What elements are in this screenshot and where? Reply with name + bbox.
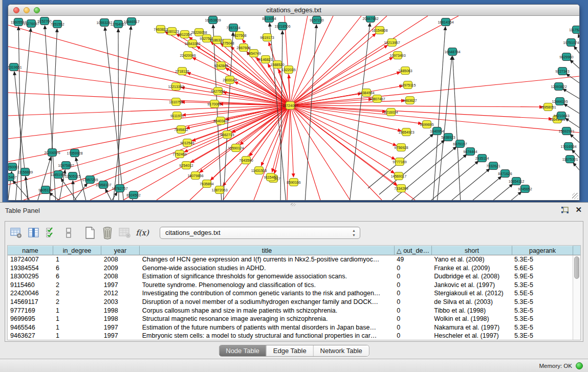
column-header-in_degree[interactable]: in_degree: [53, 246, 101, 255]
zoom-window-button[interactable]: [34, 7, 40, 13]
network-node[interactable]: 7832621: [486, 162, 500, 170]
network-node[interactable]: 7851552: [50, 20, 64, 28]
network-node[interactable]: 16958107: [95, 181, 111, 189]
table-row[interactable]: 1872400712008Changes of HCN gene express…: [8, 255, 573, 264]
network-node[interactable]: 9699695: [420, 121, 433, 128]
network-node[interactable]: 10654112: [509, 178, 525, 185]
table-row[interactable]: 2242004622012Investigating the contribut…: [8, 289, 573, 298]
network-node[interactable]: 19384554: [358, 89, 374, 97]
network-node[interactable]: 8590166: [287, 179, 300, 186]
tab-edge-table[interactable]: Edge Table: [266, 345, 313, 356]
network-node[interactable]: 10590124: [228, 144, 244, 152]
close-window-button[interactable]: [13, 7, 19, 13]
network-node[interactable]: 8912354: [178, 31, 191, 38]
network-node[interactable]: 11675301: [562, 156, 578, 163]
network-node[interactable]: 8350061: [8, 163, 19, 171]
network-node[interactable]: 15958051: [540, 103, 556, 111]
table-row[interactable]: 911546021997Tourette syndrome. Phenomeno…: [8, 281, 573, 290]
network-node[interactable]: 12213363: [168, 83, 184, 91]
network-node[interactable]: 7635894: [200, 180, 213, 188]
network-node[interactable]: 7752469: [172, 150, 186, 158]
network-node[interactable]: 8454749: [247, 50, 260, 57]
network-node[interactable]: 6216034: [384, 108, 398, 116]
window-resize-grip[interactable]: [572, 193, 578, 199]
network-node[interactable]: 17016534: [560, 143, 576, 150]
table-row[interactable]: 1456911722003Disruption of a novel membe…: [8, 298, 573, 307]
network-node[interactable]: 9170065: [207, 100, 221, 108]
network-node[interactable]: 8924502: [126, 191, 140, 199]
network-node[interactable]: 9463627: [403, 97, 417, 104]
float-panel-icon[interactable]: [561, 206, 569, 214]
network-node[interactable]: 12872063: [211, 186, 227, 194]
network-node[interactable]: 9619173: [260, 34, 274, 41]
table-row[interactable]: 1830029562008Estimation of significance …: [8, 272, 573, 281]
network-node[interactable]: 19218506: [274, 23, 290, 30]
network-node[interactable]: 9157230: [310, 16, 323, 24]
network-node[interactable]: 26319661: [8, 63, 22, 71]
network-node[interactable]: 16079856: [187, 172, 203, 180]
table-row[interactable]: 977716911998Corpus callosum shape and si…: [8, 307, 573, 315]
table-row[interactable]: 1938455462009Genome-wide association stu…: [8, 264, 573, 273]
network-window-titlebar[interactable]: citations_edges.txt: [8, 5, 579, 16]
network-node[interactable]: 12213957: [384, 39, 400, 47]
table-scrollbar[interactable]: [573, 255, 580, 340]
network-node[interactable]: 9152760: [37, 17, 51, 25]
minimize-window-button[interactable]: [24, 7, 30, 13]
network-node[interactable]: 2803144: [223, 76, 236, 84]
delete-table-disabled-button[interactable]: [118, 226, 132, 240]
network-node[interactable]: 9245652: [518, 185, 532, 193]
apply-checks-button[interactable]: [44, 226, 58, 240]
network-node[interactable]: 12444195: [552, 98, 568, 105]
network-node[interactable]: 20206576: [44, 149, 60, 157]
network-node[interactable]: 19654923: [398, 128, 414, 136]
network-node[interactable]: 2867608: [236, 44, 250, 52]
network-node[interactable]: 9756928: [394, 144, 408, 151]
table-selector[interactable]: citations_edges.txt ▲▼: [160, 227, 360, 239]
new-table-button[interactable]: [83, 226, 97, 240]
function-builder-button[interactable]: f(x): [135, 226, 149, 240]
network-node[interactable]: 1610755: [169, 98, 183, 106]
select-column-button[interactable]: [27, 226, 41, 240]
network-node[interactable]: 9829960: [559, 53, 573, 61]
network-node[interactable]: 12093822: [551, 83, 567, 91]
table-row[interactable]: 969969511998Structural magnetic resonanc…: [8, 315, 573, 323]
network-node[interactable]: 6879197: [453, 140, 467, 148]
network-node[interactable]: 17359928: [67, 149, 82, 157]
network-node[interactable]: 7357224: [226, 24, 240, 32]
close-panel-icon[interactable]: ✕: [575, 206, 582, 214]
table-settings-button[interactable]: [9, 226, 24, 240]
network-node[interactable]: 8427552: [211, 87, 225, 95]
tab-node-table[interactable]: Node Table: [219, 345, 266, 356]
network-node[interactable]: 2935114: [475, 155, 489, 162]
network-node[interactable]: 7643590: [239, 157, 253, 164]
network-node[interactable]: 15692971: [558, 127, 574, 135]
column-header-name[interactable]: name: [8, 246, 53, 255]
column-header-pagerank[interactable]: pagerank: [512, 246, 573, 255]
table-row[interactable]: 946554611997Estimation of the future num…: [8, 323, 573, 332]
column-header-year[interactable]: year: [101, 246, 140, 255]
network-node[interactable]: 1640954: [430, 127, 444, 135]
network-node[interactable]: 9146821: [258, 56, 272, 63]
network-node[interactable]: 19751074: [563, 39, 579, 47]
tab-network-table[interactable]: Network Table: [313, 345, 369, 356]
network-node[interactable]: 8471626: [498, 170, 512, 178]
network-node[interactable]: 18814354: [438, 18, 453, 26]
table-row[interactable]: 946362711997Embryonic stem cells: a mode…: [8, 332, 573, 340]
network-node[interactable]: 11175247: [569, 26, 579, 34]
column-header-title[interactable]: title: [140, 246, 395, 255]
network-node[interactable]: 16053809: [205, 16, 221, 24]
network-node[interactable]: 7485063: [398, 67, 412, 75]
network-node[interactable]: 9827508: [232, 32, 246, 39]
network-node[interactable]: 10975887: [58, 162, 74, 169]
network-node[interactable]: 3915407: [8, 173, 17, 181]
network-node[interactable]: 1322035: [281, 66, 295, 74]
network-node[interactable]: 8813054: [262, 16, 276, 23]
network-node[interactable]: 9474444: [463, 148, 477, 156]
network-node[interactable]: 12505115: [65, 172, 81, 180]
table-scrollbar-thumb[interactable]: [574, 256, 579, 279]
column-header-out_de[interactable]: △ out_de…: [395, 246, 432, 255]
network-node[interactable]: 7895832: [174, 126, 188, 134]
network-canvas[interactable]: 1872400728226058891235491601237463822165…: [8, 16, 579, 200]
delete-entry-button[interactable]: [100, 226, 115, 240]
network-node[interactable]: 9227343: [555, 68, 569, 75]
